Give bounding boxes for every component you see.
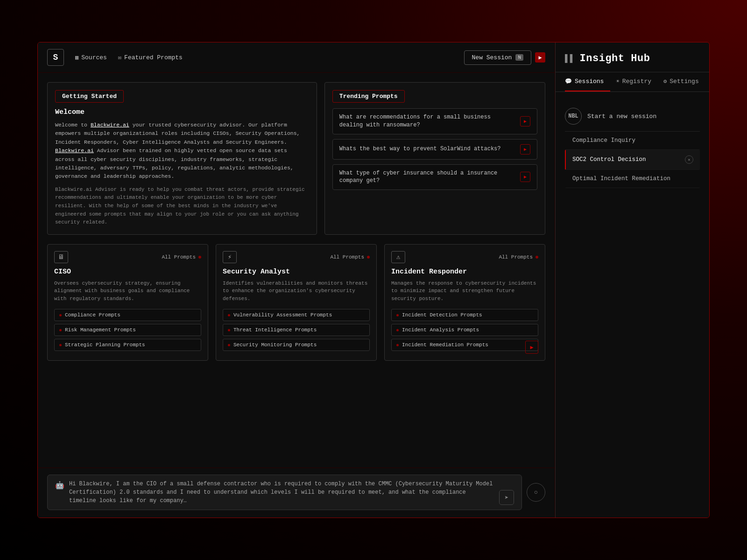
welcome-title: Welcome (55, 108, 309, 116)
featured-prompts-icon: ✉ (118, 54, 121, 61)
trending-prompt-1[interactable]: Whats the best way to prevent SolarWind … (332, 139, 537, 160)
ciso-tag-0[interactable]: Compliance Prompts (54, 309, 201, 321)
ciso-tag-2-label: Strategic Planning Prompts (65, 342, 145, 348)
sa-tag-0-label: Vulnerability Assessment Prompts (233, 312, 332, 318)
ciso-tag-1[interactable]: Risk Management Prompts (54, 324, 201, 336)
session-label-incident-remediation: Optimal Incident Remediation (572, 175, 670, 182)
ciso-tag-0-dot (59, 314, 62, 316)
trending-prompts-panel: Trending Prompts What are recommendation… (324, 82, 545, 235)
ir-tag-1[interactable]: Incident Analysis Prompts (391, 324, 538, 336)
security-analyst-icon: ⚡ (223, 251, 237, 263)
session-item-compliance-inquiry[interactable]: Compliance Inquiry (565, 132, 700, 150)
new-session-button[interactable]: New Session N (464, 50, 531, 65)
ciso-tag-0-label: Compliance Prompts (65, 312, 120, 318)
role-card-ciso-header: 🖥 All Prompts (54, 251, 201, 263)
sessions-tab-label: Sessions (575, 78, 604, 85)
insight-hub-icon: ▌▌ (565, 54, 575, 63)
nav-sources-label: Sources (81, 54, 107, 61)
sa-role-desc: Identifies vulnerabilities and monitors … (223, 280, 370, 303)
getting-started-panel: Getting Started Welcome Welcome to Black… (47, 82, 317, 235)
tab-settings[interactable]: ⚙ Settings (663, 72, 705, 91)
tab-registry[interactable]: ☀ Registry (616, 72, 658, 91)
trending-prompt-2[interactable]: What type of cyber insurance should a in… (332, 164, 537, 190)
send-button[interactable]: ➤ (499, 490, 514, 505)
sa-tag-2[interactable]: Security Monitoring Prompts (223, 339, 370, 351)
sa-tag-0[interactable]: Vulnerability Assessment Prompts (223, 309, 370, 321)
sa-tag-1-label: Threat Intelligence Prompts (233, 327, 317, 333)
ir-all-prompts-link[interactable]: All Prompts (499, 254, 538, 260)
right-panel: ▌▌ Insight Hub 💬 Sessions ☀ Registry ⚙ S… (555, 42, 709, 518)
getting-started-title: Getting Started (55, 90, 124, 103)
ir-all-prompts-dot (536, 256, 538, 259)
trending-prompt-0[interactable]: What are recommendations for a small bus… (332, 108, 537, 134)
ciso-all-prompts-link[interactable]: All Prompts (162, 254, 201, 260)
session-label-soc2: SOC2 Control Decision (572, 156, 646, 163)
content-area: Getting Started Welcome Welcome to Black… (38, 73, 555, 468)
new-session-chevron[interactable]: ▶ (535, 52, 545, 63)
role-card-sa-header: ⚡ All Prompts (223, 251, 370, 263)
sessions-tab-icon: 💬 (565, 78, 572, 85)
sa-all-prompts-link[interactable]: All Prompts (330, 254, 370, 260)
ciso-tag-2[interactable]: Strategic Planning Prompts (54, 339, 201, 351)
ir-role-desc: Manages the response to cybersecurity in… (391, 280, 538, 303)
session-label-compliance-inquiry: Compliance Inquiry (572, 137, 635, 144)
ir-expand-arrow[interactable]: ▶ (525, 341, 538, 354)
ciso-tag-2-dot (59, 344, 62, 346)
nav-sources[interactable]: ▦ Sources (75, 54, 107, 61)
settings-tab-label: Settings (669, 78, 698, 85)
start-new-session-label: Start a new session (587, 113, 656, 120)
insight-hub-header: ▌▌ Insight Hub (556, 42, 709, 72)
nav-featured-prompts-label: Featured Prompts (124, 54, 183, 61)
welcome-body2: Blackwire.ai Advisor is ready to help yo… (55, 186, 309, 227)
input-side-button[interactable]: ○ (527, 483, 545, 502)
trending-prompt-arrow-2: ▶ (520, 172, 530, 182)
ir-tag-2-dot (396, 344, 399, 346)
insight-hub-content: NBL Start a new session Compliance Inqui… (556, 92, 709, 518)
ir-tag-2[interactable]: Incident Remediation Prompts (391, 339, 538, 351)
ciso-all-prompts-dot (198, 256, 201, 259)
trending-prompt-arrow-0: ▶ (520, 116, 530, 126)
session-item-soc2[interactable]: SOC2 Control Decision ✕ (565, 150, 700, 170)
input-text-display: Hi Blackwire, I am the CIO of a small de… (69, 480, 494, 505)
ir-tag-0-dot (396, 314, 399, 316)
new-session-badge: N (515, 54, 523, 61)
trending-inner: What are recommendations for a small bus… (325, 108, 545, 197)
input-box: 🤖 Hi Blackwire, I am the CIO of a small … (47, 475, 522, 510)
new-session-label: New Session (472, 54, 512, 61)
getting-started-inner: Welcome Welcome to Blackwire.ai your tru… (48, 108, 317, 234)
blackwire-link-1[interactable]: Blackwire.ai (91, 122, 129, 128)
insight-hub-title: Insight Hub (580, 53, 650, 64)
sa-tag-1-dot (228, 329, 230, 331)
ir-tag-2-label: Incident Remediation Prompts (402, 342, 488, 348)
sa-tag-1[interactable]: Threat Intelligence Prompts (223, 324, 370, 336)
session-item-incident-remediation[interactable]: Optimal Incident Remediation (565, 170, 700, 188)
ir-tag-0[interactable]: Incident Detection Prompts (391, 309, 538, 321)
ciso-tag-1-dot (59, 329, 62, 331)
new-session-nbl-icon: NBL (565, 108, 582, 125)
app-container: S ▦ Sources ✉ Featured Prompts New Sessi… (37, 42, 710, 518)
sa-tag-2-label: Security Monitoring Prompts (233, 342, 317, 348)
ir-role-name: Incident Responder (391, 268, 538, 276)
ciso-icon: 🖥 (54, 251, 68, 263)
welcome-body1: Welcome to Blackwire.ai your trusted cyb… (55, 121, 309, 181)
left-panel: S ▦ Sources ✉ Featured Prompts New Sessi… (38, 42, 555, 518)
nav-featured-prompts[interactable]: ✉ Featured Prompts (118, 54, 183, 61)
tab-sessions[interactable]: 💬 Sessions (565, 72, 610, 91)
trending-prompts-title: Trending Prompts (332, 90, 405, 103)
ir-tag-1-label: Incident Analysis Prompts (402, 327, 479, 333)
ciso-all-prompts-label: All Prompts (162, 254, 196, 260)
ir-tag-0-label: Incident Detection Prompts (402, 312, 482, 318)
role-card-security-analyst: ⚡ All Prompts Security Analyst Identifie… (216, 244, 377, 361)
role-card-ir-header: ⚠ All Prompts (391, 251, 538, 263)
start-new-session-item[interactable]: NBL Start a new session (565, 101, 700, 132)
blackwire-link-2[interactable]: Blackwire.ai (55, 147, 94, 154)
insight-hub-tabs: 💬 Sessions ☀ Registry ⚙ Settings (556, 72, 709, 92)
sa-tag-0-dot (228, 314, 230, 316)
trending-prompt-text-2: What type of cyber insurance should a in… (339, 169, 516, 185)
input-area: 🤖 Hi Blackwire, I am the CIO of a small … (38, 468, 555, 518)
ciso-tag-1-label: Risk Management Prompts (65, 327, 136, 333)
session-close-soc2[interactable]: ✕ (685, 155, 693, 164)
trending-prompt-text-1: Whats the best way to prevent SolarWind … (339, 145, 516, 153)
trending-prompt-arrow-1: ▶ (520, 144, 530, 154)
ciso-role-name: CISO (54, 268, 201, 276)
